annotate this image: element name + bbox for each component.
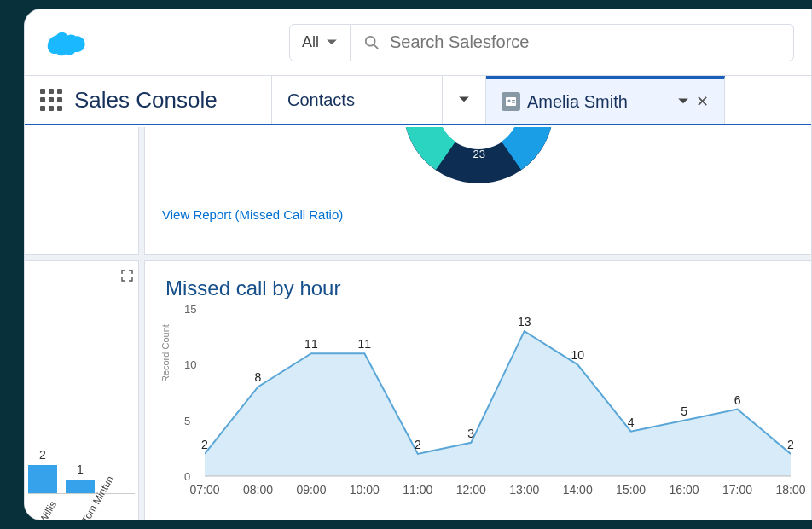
x-tick-label: 15:00	[616, 483, 646, 497]
search-icon	[364, 35, 380, 50]
chart-plot-area: 207:00808:001109:001110:00211:00312:0013…	[205, 309, 791, 497]
data-point-label: 6	[734, 392, 741, 406]
card-bottom-left-bars: 2 1 Willis Tom Mintun	[25, 260, 139, 520]
data-point-label: 2	[201, 438, 208, 451]
svg-rect-2	[506, 97, 516, 106]
donut-chart-fragment: 23	[376, 127, 581, 206]
x-tick-label: 18:00	[775, 483, 805, 497]
view-report-link[interactable]: View Report (Missed Call Ratio)	[162, 207, 343, 222]
app-switcher-region: Sales Console	[25, 76, 272, 124]
close-icon[interactable]: ✕	[696, 92, 709, 111]
bar-col-1: 2	[28, 448, 57, 494]
chart-title: Missed call by hour	[165, 276, 791, 300]
x-label: Willis	[37, 499, 59, 520]
bar-rect	[28, 465, 57, 494]
svg-point-0	[366, 36, 375, 45]
nav-tab-label: Contacts	[287, 90, 355, 110]
nav-tab-amelia-smith[interactable]: Amelia Smith ✕	[486, 76, 725, 124]
svg-point-3	[508, 99, 510, 102]
chevron-down-icon	[458, 94, 470, 106]
donut-center-label: 23	[473, 148, 485, 160]
x-tick-label: 14:00	[563, 483, 593, 497]
bar-value: 2	[39, 448, 46, 462]
data-point-label: 13	[518, 315, 531, 328]
x-tick-label: 13:00	[509, 483, 539, 497]
nav-tab-label: Amelia Smith	[527, 92, 628, 112]
app-launcher-icon[interactable]	[40, 89, 62, 111]
chevron-down-icon[interactable]	[677, 96, 689, 108]
x-tick-label: 12:00	[456, 483, 486, 497]
x-tick-label: 10:00	[350, 483, 380, 497]
search-input[interactable]	[390, 32, 780, 52]
nav-tab-contacts[interactable]: Contacts	[272, 76, 443, 124]
x-tick-label: 17:00	[722, 483, 752, 497]
bar-col-2: 1	[66, 462, 95, 494]
x-tick-label: 16:00	[670, 483, 699, 497]
svg-rect-4	[512, 100, 515, 101]
expand-icon[interactable]	[121, 270, 133, 282]
card-top-left-partial	[25, 127, 139, 255]
data-point-label: 2	[787, 438, 794, 451]
dashboard-body: 23 View Report (Missed Call Ratio) 2 1	[25, 127, 811, 520]
global-search: All	[289, 24, 794, 61]
salesforce-cloud-logo	[42, 24, 88, 61]
bar-value: 1	[77, 462, 84, 476]
caret-down-icon	[326, 37, 338, 49]
x-tick-label: 11:00	[403, 483, 432, 497]
data-point-label: 11	[304, 337, 318, 351]
mini-bar-x-labels: Willis Tom Mintun	[25, 504, 138, 516]
svg-rect-5	[512, 102, 515, 103]
data-point-label: 2	[415, 438, 421, 451]
data-point-label: 5	[681, 404, 687, 417]
search-scope-button[interactable]: All	[289, 24, 351, 61]
data-point-label: 11	[358, 337, 372, 351]
contact-card-icon	[502, 92, 520, 111]
x-tick-label: 09:00	[296, 483, 326, 497]
card-missed-call-ratio: 23 View Report (Missed Call Ratio)	[144, 127, 811, 255]
data-point-label: 8	[255, 370, 262, 384]
data-point-label: 10	[571, 348, 584, 362]
nav-bar: Sales Console Contacts Amelia Smith ✕	[25, 76, 811, 125]
bar-rect	[66, 480, 95, 494]
search-box[interactable]	[351, 24, 794, 61]
mini-bar-chart: 2 1	[28, 400, 135, 494]
data-point-label: 4	[628, 416, 635, 429]
y-axis-label: Record Count	[160, 324, 171, 382]
nav-tab-contacts-dropdown[interactable]	[443, 76, 486, 124]
search-scope-label: All	[302, 33, 319, 51]
area-chart: Record Count 207:00808:001109:001110:002…	[165, 309, 791, 514]
global-header: All	[25, 9, 811, 76]
card-missed-call-by-hour: Missed call by hour Record Count 207:008…	[144, 260, 811, 520]
x-tick-label: 07:00	[189, 483, 219, 497]
x-tick-label: 08:00	[243, 483, 273, 497]
app-name-label: Sales Console	[74, 87, 218, 113]
app-frame: All Sales Console Contacts	[24, 9, 812, 520]
data-point-label: 3	[467, 427, 474, 440]
svg-line-1	[374, 44, 379, 49]
